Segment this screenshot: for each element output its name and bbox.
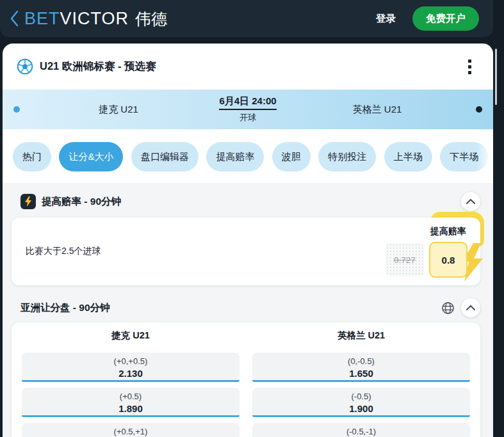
boost-card: 比赛大于2.5个进球 提高赔率 0.727 0.8 — [12, 218, 480, 285]
odds-button-away-3[interactable]: (-0.5,-1) 2.120 — [252, 423, 470, 437]
brand-logo[interactable]: BETVICTOR 伟德 — [24, 8, 167, 29]
kickoff-time: 6月4日 24:00 — [219, 95, 276, 110]
home-odds-column: 捷克 U21 (+0,+0.5) 2.130 (+0.5) 1.890 (+0.… — [22, 330, 240, 437]
home-column-header: 捷克 U21 — [22, 330, 240, 341]
boosted-odds-button[interactable]: 0.8 — [429, 242, 467, 278]
signup-button[interactable]: 免费开户 — [412, 6, 479, 31]
away-team-dot — [476, 106, 482, 113]
away-column-header: 英格兰 U21 — [252, 330, 470, 341]
handicap-section-header: 亚洲让分盘 - 90分钟 — [3, 289, 493, 317]
market-tabs: 热门 让分&大小 盘口编辑器 提高赔率 波胆 特别投注 上半场 下半场 所有盘口 — [3, 129, 493, 183]
home-team-dot — [13, 106, 20, 113]
lightning-icon — [20, 194, 36, 209]
odds-button-away-1[interactable]: (0,-0.5) 1.650 — [252, 353, 470, 382]
brand-victor: VICTOR — [60, 9, 129, 29]
home-team-name: 捷克 U21 — [31, 104, 206, 116]
tab-correct-score[interactable]: 波胆 — [272, 142, 311, 171]
kickoff-block: 6月4日 24:00 开球 — [206, 95, 289, 123]
match-banner: 捷克 U21 6月4日 24:00 开球 英格兰 U21 — [3, 90, 493, 129]
tab-boosts[interactable]: 提高赔率 — [206, 142, 264, 171]
scrollbar-thumb[interactable] — [495, 49, 497, 105]
market-area: 提高赔率 - 90分钟 比赛大于2.5个进球 提高赔率 — [3, 183, 493, 437]
brand-suffix: 伟德 — [135, 8, 167, 29]
globe-icon — [441, 301, 455, 315]
boost-collapse-button[interactable] — [461, 192, 480, 211]
back-chevron-icon — [9, 10, 19, 28]
boost-market-label: 比赛大于2.5个进球 — [12, 246, 101, 257]
tab-hot[interactable]: 热门 — [13, 142, 51, 171]
tab-handicap-totals[interactable]: 让分&大小 — [59, 142, 123, 171]
handicap-section-title: 亚洲让分盘 - 90分钟 — [20, 301, 110, 315]
chevron-up-icon — [466, 199, 475, 204]
tab-specials[interactable]: 特别投注 — [318, 142, 376, 171]
boost-badge-label: 提高赔率 — [430, 226, 466, 237]
tab-bet-builder[interactable]: 盘口编辑器 — [131, 142, 199, 171]
kickoff-label: 开球 — [240, 112, 256, 123]
competition-header: U21 欧洲锦标赛 - 预选赛 — [3, 44, 493, 90]
away-odds-column: 英格兰 U21 (0,-0.5) 1.650 (-0.5) 1.900 (-0.… — [252, 330, 470, 437]
handicap-collapse-button[interactable] — [461, 298, 480, 317]
odds-button-away-2[interactable]: (-0.5) 1.900 — [252, 388, 470, 417]
brand-bet: BET — [24, 9, 60, 29]
boost-section-header: 提高赔率 - 90分钟 — [3, 183, 493, 211]
handicap-card: 捷克 U21 (+0,+0.5) 2.130 (+0.5) 1.890 (+0.… — [12, 322, 480, 437]
odds-button-home-1[interactable]: (+0,+0.5) 2.130 — [22, 353, 240, 382]
odds-button-home-2[interactable]: (+0.5) 1.890 — [22, 388, 240, 417]
odds-button-home-3[interactable]: (+0.5,+1) 1.660 — [22, 423, 240, 437]
away-team-name: 英格兰 U21 — [289, 104, 465, 116]
more-options-icon[interactable] — [466, 57, 474, 77]
old-odds-value: 0.727 — [386, 243, 424, 276]
top-header: BETVICTOR 伟德 登录 免费开户 — [0, 0, 493, 37]
login-link[interactable]: 登录 — [376, 12, 396, 26]
content-card: U21 欧洲锦标赛 - 预选赛 捷克 U21 6月4日 24:00 开球 英格兰… — [3, 44, 493, 437]
soccer-ball-icon — [17, 58, 33, 75]
back-button[interactable] — [9, 10, 19, 28]
competition-title: U21 欧洲锦标赛 - 预选赛 — [40, 60, 156, 74]
boost-section-title: 提高赔率 - 90分钟 — [42, 195, 121, 209]
chevron-up-icon — [466, 305, 475, 310]
tab-first-half[interactable]: 上半场 — [384, 142, 432, 171]
tab-second-half[interactable]: 下半场 — [440, 142, 488, 171]
